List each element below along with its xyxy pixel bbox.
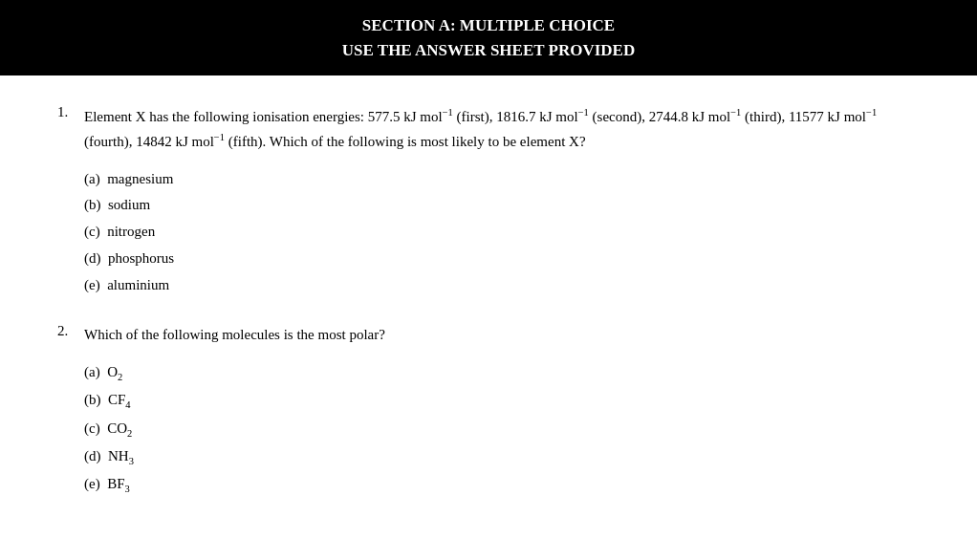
option-label: (d) NH3	[84, 448, 134, 463]
list-item: (d) phosphorus	[84, 247, 920, 270]
option-label: (e) aluminium	[84, 277, 169, 292]
question-1-number: 1.	[57, 104, 84, 120]
list-item: (b) sodium	[84, 193, 920, 217]
option-label: (b) sodium	[84, 197, 150, 212]
header-line1: SECTION A: MULTIPLE CHOICE	[19, 13, 958, 38]
question-1-body: Element X has the following ionisation e…	[84, 104, 920, 154]
list-item: (a) O2	[84, 360, 920, 385]
main-content: 1. Element X has the following ionisatio…	[0, 75, 977, 553]
question-2: 2. Which of the following molecules is t…	[57, 323, 920, 497]
list-item: (a) magnesium	[84, 167, 920, 191]
question-2-options: (a) O2 (b) CF4 (c) CO2 (d) NH3 (e) BF3	[84, 360, 920, 498]
option-label: (c) CO2	[84, 420, 132, 436]
header-banner: SECTION A: MULTIPLE CHOICE USE THE ANSWE…	[0, 0, 977, 75]
question-2-number: 2.	[57, 323, 84, 339]
option-label: (d) phosphorus	[84, 250, 174, 266]
question-1: 1. Element X has the following ionisatio…	[57, 104, 920, 296]
option-label: (a) magnesium	[84, 171, 173, 186]
list-item: (d) NH3	[84, 444, 920, 469]
list-item: (c) CO2	[84, 417, 920, 442]
list-item: (c) nitrogen	[84, 220, 920, 244]
question-2-text: 2. Which of the following molecules is t…	[57, 323, 920, 347]
list-item: (e) BF3	[84, 472, 920, 497]
option-label: (c) nitrogen	[84, 224, 155, 239]
list-item: (e) aluminium	[84, 273, 920, 297]
question-1-text: 1. Element X has the following ionisatio…	[57, 104, 920, 154]
question-1-options: (a) magnesium (b) sodium (c) nitrogen (d…	[84, 167, 920, 297]
question-2-body: Which of the following molecules is the …	[84, 323, 920, 347]
option-label: (a) O2	[84, 364, 122, 379]
option-label: (e) BF3	[84, 476, 130, 491]
header-line2: USE THE ANSWER SHEET PROVIDED	[19, 38, 958, 63]
list-item: (b) CF4	[84, 388, 920, 413]
option-label: (b) CF4	[84, 392, 131, 407]
